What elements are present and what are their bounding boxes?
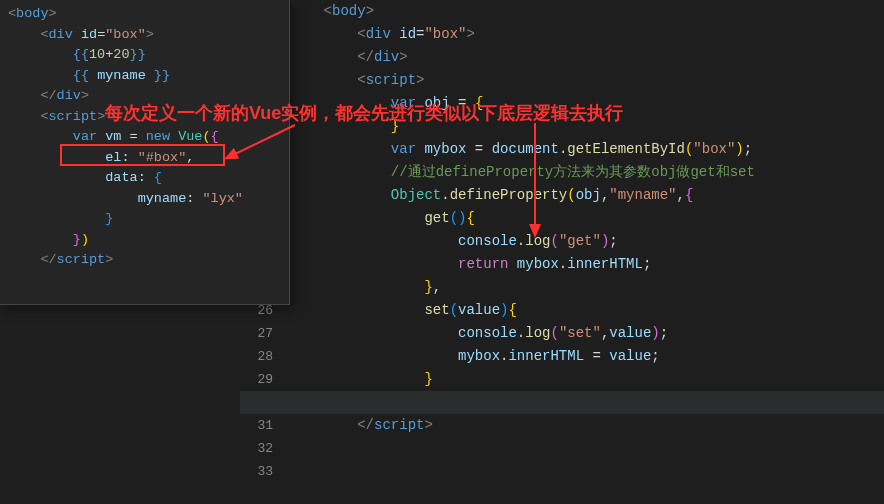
line-number: 33 <box>240 460 273 483</box>
code-line: myname: "lyx" <box>8 189 281 210</box>
line-number: 31 <box>240 414 273 437</box>
annotation-highlight-box <box>60 144 225 166</box>
annotation-text: 每次定义一个新的Vue实例，都会先进行类似以下底层逻辑去执行 <box>105 101 623 125</box>
line-number: 29 <box>240 368 273 391</box>
code-line: } <box>290 368 755 391</box>
code-line: <script> <box>290 69 755 92</box>
code-line: }, <box>290 276 755 299</box>
code-line: }) <box>8 230 281 251</box>
code-line: <body> <box>8 4 281 25</box>
main-code-area[interactable]: <body> <div id="box"> </div> <script> va… <box>290 0 755 437</box>
code-line: set(value){ <box>290 299 755 322</box>
code-line: {{ myname }} <box>8 66 281 87</box>
code-line: } <box>8 209 281 230</box>
code-line: </div> <box>290 46 755 69</box>
active-line-highlight <box>240 391 884 414</box>
code-line: data: { <box>8 168 281 189</box>
overlay-code-area: <body> <div id="box"> {{10+20}} {{ mynam… <box>0 0 289 275</box>
code-line: </script> <box>290 414 755 437</box>
code-line: <body> <box>290 0 755 23</box>
code-line: </script> <box>8 250 281 271</box>
code-line: return mybox.innerHTML; <box>290 253 755 276</box>
line-number: 28 <box>240 345 273 368</box>
code-line: Object.defineProperty(obj,"myname",{ <box>290 184 755 207</box>
code-line: get(){ <box>290 207 755 230</box>
code-line: <div id="box"> <box>290 23 755 46</box>
code-line: console.log("get"); <box>290 230 755 253</box>
code-line: console.log("set",value); <box>290 322 755 345</box>
line-number: 32 <box>240 437 273 460</box>
line-number: 27 <box>240 322 273 345</box>
code-line: mybox.innerHTML = value; <box>290 345 755 368</box>
code-line: {{10+20}} <box>8 45 281 66</box>
code-line: var mybox = document.getElementById("box… <box>290 138 755 161</box>
code-line: <div id="box"> <box>8 25 281 46</box>
code-line: //通过defineProperty方法来为其参数obj做get和set <box>290 161 755 184</box>
